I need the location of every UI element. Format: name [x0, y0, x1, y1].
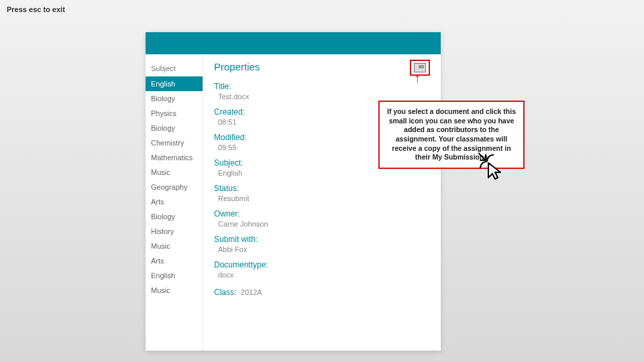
prop-label: Status:: [214, 184, 430, 193]
prop-status: Status: Resubmit: [214, 184, 430, 202]
sidebar-item-biology[interactable]: Biology: [146, 209, 203, 224]
sidebar-item-chemistry[interactable]: Chemistry: [146, 135, 203, 150]
sidebar-header: Subject: [146, 62, 203, 76]
prop-value: Carrie Johnson: [214, 220, 430, 228]
prop-value: English: [214, 169, 430, 177]
esc-hint: Press esc to exit: [7, 5, 65, 13]
prop-value: Abbi Fox: [214, 245, 430, 253]
prop-label: Title:: [214, 82, 430, 91]
sidebar-item-physics[interactable]: Physics: [146, 106, 203, 121]
prop-label: Class:: [214, 288, 236, 297]
sidebar-item-music[interactable]: Music: [146, 239, 203, 253]
sidebar-item-english[interactable]: English: [146, 268, 203, 283]
prop-label: Submit with:: [214, 235, 430, 244]
properties-panel: Properties Title: Test.docx Created: 08:…: [203, 54, 441, 351]
callout-arrow-icon: ↑: [414, 71, 421, 84]
sidebar-item-geography[interactable]: Geography: [146, 180, 203, 194]
sidebar-item-english[interactable]: English: [146, 76, 203, 91]
app-window: Subject English Biology Physics Biology …: [146, 32, 441, 351]
titlebar: [146, 32, 441, 54]
sidebar-item-biology[interactable]: Biology: [146, 91, 203, 106]
prop-value: 2012A: [239, 288, 262, 296]
prop-label: Documenttype:: [214, 260, 430, 269]
sidebar-item-mathematics[interactable]: Mathematics: [146, 150, 203, 165]
prop-label: Owner:: [214, 209, 430, 219]
click-cursor-icon: [478, 152, 507, 182]
prop-value: Resubmit: [214, 194, 430, 202]
prop-owner: Owner: Carrie Johnson: [214, 209, 430, 228]
prop-value: docx: [214, 271, 430, 279]
sidebar-item-arts[interactable]: Arts: [146, 194, 203, 209]
prop-class: Class: 2012A: [214, 286, 430, 298]
prop-title: Title: Test.docx: [214, 82, 430, 101]
panel-header: Properties: [214, 61, 430, 82]
sidebar-item-arts[interactable]: Arts: [146, 253, 203, 268]
sidebar-item-biology[interactable]: Biology: [146, 121, 203, 135]
prop-document-type: Documenttype: docx: [214, 260, 430, 279]
prop-submit-with: Submit with: Abbi Fox: [214, 235, 430, 253]
sidebar-item-music[interactable]: Music: [146, 165, 203, 180]
prop-value: Test.docx: [214, 93, 430, 101]
sidebar-item-history[interactable]: History: [146, 224, 203, 239]
panel-title: Properties: [214, 61, 260, 72]
sidebar-item-music[interactable]: Music: [146, 283, 203, 298]
window-content: Subject English Biology Physics Biology …: [146, 54, 441, 351]
sidebar: Subject English Biology Physics Biology …: [146, 54, 203, 351]
